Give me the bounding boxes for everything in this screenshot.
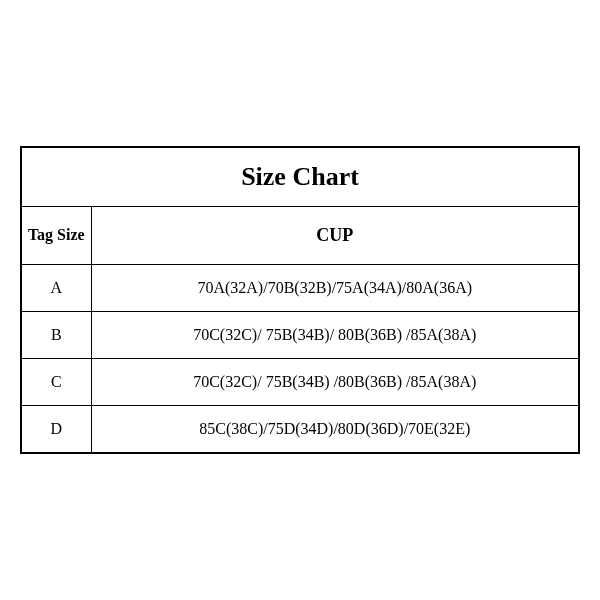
tag-cell: C	[21, 358, 91, 405]
tag-cell: B	[21, 311, 91, 358]
title-row: Size Chart	[21, 147, 579, 207]
tag-cell: A	[21, 264, 91, 311]
cup-cell: 70A(32A)/70B(32B)/75A(34A)/80A(36A)	[91, 264, 579, 311]
cup-cell: 70C(32C)/ 75B(34B)/ 80B(36B) /85A(38A)	[91, 311, 579, 358]
header-row: Tag Size CUP	[21, 207, 579, 265]
table-row: C 70C(32C)/ 75B(34B) /80B(36B) /85A(38A)	[21, 358, 579, 405]
size-chart-container: Size Chart Tag Size CUP A 70A(32A)/70B(3…	[20, 146, 580, 454]
tag-cell: D	[21, 405, 91, 453]
table-row: D 85C(38C)/75D(34D)/80D(36D)/70E(32E)	[21, 405, 579, 453]
size-chart-table: Size Chart Tag Size CUP A 70A(32A)/70B(3…	[20, 146, 580, 454]
header-cup: CUP	[91, 207, 579, 265]
table-row: A 70A(32A)/70B(32B)/75A(34A)/80A(36A)	[21, 264, 579, 311]
chart-title: Size Chart	[21, 147, 579, 207]
header-tag-size: Tag Size	[21, 207, 91, 265]
cup-cell: 70C(32C)/ 75B(34B) /80B(36B) /85A(38A)	[91, 358, 579, 405]
table-row: B 70C(32C)/ 75B(34B)/ 80B(36B) /85A(38A)	[21, 311, 579, 358]
cup-cell: 85C(38C)/75D(34D)/80D(36D)/70E(32E)	[91, 405, 579, 453]
